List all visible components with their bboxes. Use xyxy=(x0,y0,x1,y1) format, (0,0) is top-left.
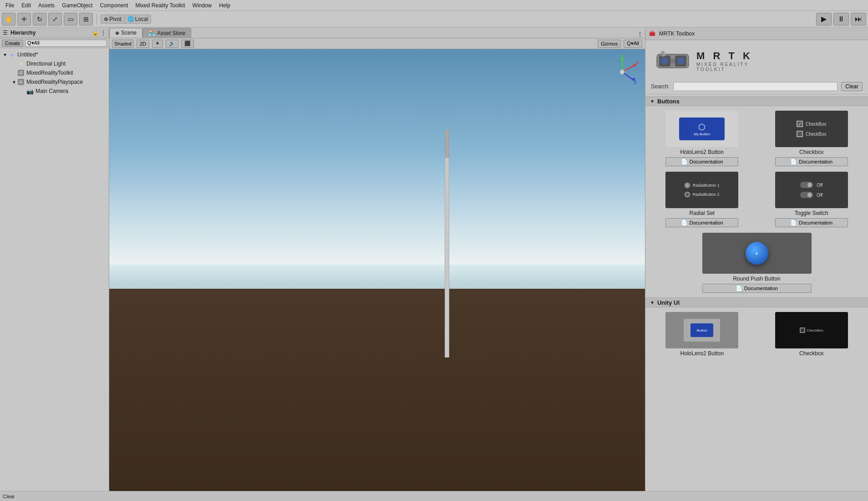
rect-tool-btn[interactable]: ▭ xyxy=(64,13,77,26)
radio-circle2 xyxy=(685,192,690,197)
section-header-buttons[interactable]: ▼ Buttons xyxy=(645,96,868,106)
pivot-btn[interactable]: ⊕ Pivot xyxy=(101,15,124,24)
roundpush-preview[interactable]: ● xyxy=(702,233,812,274)
checkbox-preview[interactable]: ✓ CheckBox CheckBox xyxy=(775,111,848,147)
rotate-tool-btn[interactable]: ↻ xyxy=(33,13,46,26)
tree-item-untitled[interactable]: ▼ ◈ Untitled* xyxy=(0,50,109,59)
unity-cb-preview[interactable]: CheckBox xyxy=(775,312,848,348)
hierarchy-header: ☰ Hierarchy 🔒 ⋮ xyxy=(0,27,109,38)
hand-tool-btn[interactable]: ✋ xyxy=(2,13,15,26)
local-btn[interactable]: 🌐 Local xyxy=(124,15,152,24)
status-clear-label[interactable]: Clear xyxy=(3,494,15,499)
menu-mrtk[interactable]: Mixed Reality Toolkit xyxy=(132,1,188,10)
toggle-mock: Off Off xyxy=(800,182,822,198)
scene-gizmo[interactable]: Y X Z xyxy=(604,54,640,90)
toolbar-sep1 xyxy=(96,14,97,25)
menu-file[interactable]: File xyxy=(2,1,18,10)
scene-tab-icon: ◈ xyxy=(115,30,119,36)
hl-btn-mock: ⬡ My Button xyxy=(679,118,725,140)
effects-btn[interactable]: ⬛ xyxy=(181,40,194,48)
toggle-doc-btn[interactable]: 📄 Documentation xyxy=(775,218,848,227)
tab-asset-store[interactable]: 🏪 Asset Store xyxy=(142,28,191,38)
tree-label-cam: Main Camera xyxy=(36,88,68,94)
tab-scene[interactable]: ◈ Scene xyxy=(109,28,142,38)
shaded-select[interactable]: Shaded xyxy=(112,40,134,48)
audio-btn[interactable]: 🔊 xyxy=(166,40,178,48)
roundpush-label: Round Push Button xyxy=(733,276,780,282)
toggle-row1: Off xyxy=(800,182,822,188)
tree-label-untitled: Untitled* xyxy=(17,51,38,58)
hierarchy-search[interactable] xyxy=(25,40,107,47)
menu-edit[interactable]: Edit xyxy=(18,1,35,10)
scene-viewport[interactable]: Y X Z < Persp xyxy=(109,49,645,501)
lock-icon[interactable]: 🔒 xyxy=(92,30,99,36)
radio-dot1 xyxy=(686,184,689,187)
menu-gameobject[interactable]: GameObject xyxy=(58,1,96,10)
toolbar: ✋ ✛ ↻ ⤢ ▭ ⊞ ⊕ Pivot 🌐 Local ▶ ⏸ ⏭ xyxy=(0,11,868,27)
cb-text2: CheckBox xyxy=(806,132,827,137)
tree-item-main-camera[interactable]: 📷 Main Camera xyxy=(0,87,109,96)
toggle-row2: Off xyxy=(800,192,822,198)
toggle-label: Toggle Switch xyxy=(795,210,828,216)
holodlens2-doc-btn[interactable]: 📄 Documentation xyxy=(665,157,738,166)
unity-btn-preview[interactable]: Button xyxy=(665,312,738,348)
roundpush-doc-btn[interactable]: 📄 Documentation xyxy=(702,284,812,293)
create-btn[interactable]: Create xyxy=(2,40,23,47)
radial-preview[interactable]: RadialButton 1 RadialButton 2 xyxy=(665,172,738,208)
holodlens2-preview[interactable]: ⬡ My Button xyxy=(665,111,738,147)
tree-item-mrtkplayspace[interactable]: ▼ G MixedRealityPlayspace xyxy=(0,77,109,87)
mrtk-header: 🧰 MRTK Toolbox xyxy=(645,27,868,40)
tree-label-dl: Directional Light xyxy=(26,61,66,67)
pause-btn[interactable]: ⏸ xyxy=(833,13,849,26)
menu-assets[interactable]: Assets xyxy=(35,1,58,10)
step-btn[interactable]: ⏭ xyxy=(851,13,866,26)
gizmos-filter[interactable]: Q▾All xyxy=(624,40,642,48)
mrtk-scrollbar-track[interactable] xyxy=(445,130,449,358)
toggle-track1 xyxy=(800,182,813,188)
tree-item-directional-light[interactable]: ☀ Directional Light xyxy=(0,59,109,68)
section-arrow-unity: ▼ xyxy=(650,300,655,305)
camera-icon: 📷 xyxy=(26,87,34,95)
unity-cb-label: Checkbox xyxy=(799,350,823,357)
search-label: Search: xyxy=(651,83,670,90)
section-content-buttons: ⬡ My Button HoloLens2 Button 📄 Documenta… xyxy=(645,106,868,297)
cb-box1: ✓ xyxy=(797,121,803,127)
lighting-btn[interactable]: ☀ xyxy=(152,40,163,48)
svg-rect-13 xyxy=(670,59,675,63)
2d-btn[interactable]: 2D xyxy=(137,40,149,48)
toggle-preview[interactable]: Off Off xyxy=(775,172,848,208)
unity-grid: Button HoloLens2 Button Che xyxy=(650,312,863,357)
move-tool-btn[interactable]: ✛ xyxy=(17,13,31,26)
mrtk-search-input[interactable] xyxy=(673,82,838,91)
mrtk-content[interactable]: ▼ Buttons ⬡ My Button HoloLens2 Button xyxy=(645,94,868,501)
play-btn[interactable]: ▶ xyxy=(816,13,832,26)
radial-row1: RadialButton 1 xyxy=(685,183,720,188)
mrtk-logo-area: M R T K MIXED REALITY TOOLKIT xyxy=(645,40,868,79)
tree-item-mrtk[interactable]: G MixedRealityToolkit xyxy=(0,68,109,77)
toggle-text2: Off xyxy=(817,193,822,198)
radial-doc-btn[interactable]: 📄 Documentation xyxy=(665,218,738,227)
hl-btn-icon: ⬡ xyxy=(698,122,706,132)
viewport-area: ◈ Scene 🏪 Asset Store ⋮ Shaded 2D ☀ 🔊 ⬛ … xyxy=(109,27,645,501)
menu-component[interactable]: Component xyxy=(96,1,132,10)
doc-icon-radial: 📄 xyxy=(681,220,688,226)
hierarchy-menu-icon[interactable]: ⋮ xyxy=(101,30,106,36)
gizmo-svg: Y X Z xyxy=(604,54,640,90)
mrtk-clear-btn[interactable]: Clear xyxy=(841,82,863,91)
local-label: Local xyxy=(135,16,148,22)
radio-circle1 xyxy=(685,183,690,188)
menu-help[interactable]: Help xyxy=(215,1,234,10)
mrtk-scrollbar-thumb[interactable] xyxy=(445,130,449,158)
asset-tab-icon: 🏪 xyxy=(148,30,155,36)
custom-tool-btn[interactable]: ⊞ xyxy=(79,13,93,26)
section-header-unity-ui[interactable]: ▼ Unity UI xyxy=(645,297,868,307)
menu-window[interactable]: Window xyxy=(189,1,216,10)
svg-text:Y: Y xyxy=(621,54,624,58)
checkbox-doc-btn[interactable]: 📄 Documentation xyxy=(775,157,848,166)
mrtk-subtitle2: TOOLKIT xyxy=(696,67,753,72)
viewport-menu-icon[interactable]: ⋮ xyxy=(637,31,643,38)
gizmos-btn[interactable]: Gizmos xyxy=(598,40,621,48)
radial-row2: RadialButton 2 xyxy=(685,192,720,197)
toolbox-item-unity-cb: CheckBox Checkbox xyxy=(760,312,864,357)
scale-tool-btn[interactable]: ⤢ xyxy=(48,13,62,26)
